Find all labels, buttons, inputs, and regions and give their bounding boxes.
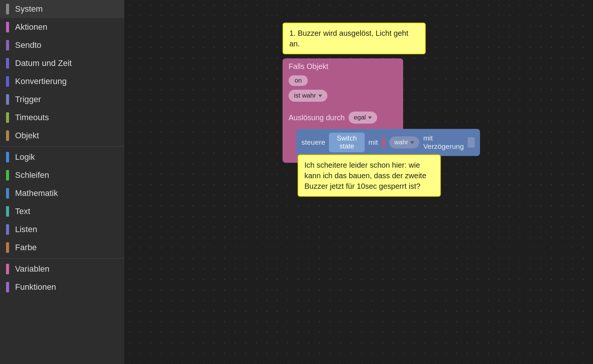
sidebar-item-label: Konvertierung: [15, 76, 67, 86]
sidebar-item-label: Variablen: [15, 264, 49, 274]
objekt-color-bar: [6, 130, 9, 141]
sidebar-item-label: Datum und Zeit: [15, 58, 72, 68]
text-color-bar: [6, 206, 9, 217]
comment-2-text: Ich scheitere leider schon hier: wie kan…: [304, 161, 426, 190]
comment-block-2: Ich scheitere leider schon hier: wie kan…: [298, 154, 441, 197]
konvertierung-color-bar: [6, 76, 9, 87]
steuere-label: steuere: [301, 138, 325, 147]
ausloesung-row: Auslösung durch egal: [289, 112, 397, 124]
sidebar-item-variablen[interactable]: Variablen: [0, 260, 124, 278]
wahr-button[interactable]: wahr: [389, 136, 420, 148]
ausloesung-label: Auslösung durch: [289, 113, 345, 122]
sidebar-item-label: Farbe: [15, 243, 37, 252]
sidebar-item-text[interactable]: Text: [0, 202, 124, 220]
sidebar-item-konvertierung[interactable]: Konvertierung: [0, 72, 124, 90]
sidebar-item-label: Trigger: [15, 95, 41, 104]
sidebar-item-label: System: [15, 4, 43, 14]
sidebar-group-2: Logik Schleifen Mathematik Text Listen F…: [0, 148, 124, 257]
sidebar-item-label: Logik: [15, 152, 35, 162]
divider-1: [0, 146, 124, 147]
sidebar-item-trigger[interactable]: Trigger: [0, 90, 124, 109]
sidebar-item-label: Text: [15, 206, 30, 216]
wahr-label: wahr: [394, 139, 408, 146]
egal-button[interactable]: egal: [348, 112, 377, 124]
sidebar-item-label: Schleifen: [15, 170, 49, 180]
sidebar-item-funktionen[interactable]: Funktionen: [0, 278, 124, 296]
sidebar-item-label: Funktionen: [15, 282, 56, 292]
logik-color-bar: [6, 152, 9, 162]
sidebar-group-3: Variablen Funktionen: [0, 260, 124, 296]
sidebar-item-logik[interactable]: Logik: [0, 148, 124, 166]
listen-color-bar: [6, 224, 9, 235]
ist-wahr-button[interactable]: ist wahr: [289, 90, 327, 102]
comment-1-text: 1. Buzzer wird ausgelöst, Licht geht an.: [289, 29, 408, 48]
schleifen-color-bar: [6, 170, 9, 180]
timeouts-color-bar: [6, 112, 9, 123]
aktionen-color-bar: [6, 22, 9, 32]
sidebar-item-label: Mathematik: [15, 188, 58, 198]
sidebar-item-timeouts[interactable]: Timeouts: [0, 109, 124, 127]
sidebar-item-schleifen[interactable]: Schleifen: [0, 166, 124, 184]
divider-2: [0, 258, 124, 258]
egal-label: egal: [354, 114, 366, 121]
comment-block-1: 1. Buzzer wird ausgelöst, Licht geht an.: [283, 23, 426, 54]
mit-verzoegerung-label: mit Verzögerung: [423, 134, 464, 151]
sidebar-item-objekt[interactable]: Objekt: [0, 127, 124, 145]
falls-objekt-title: Falls Objekt: [289, 62, 397, 71]
mathematik-color-bar: [6, 188, 9, 199]
switch-state-label: Switch state: [337, 135, 357, 150]
falls-objekt-block: Falls Objekt on ist wahr Auslösung durch…: [283, 58, 403, 163]
sidebar-item-mathematik[interactable]: Mathematik: [0, 184, 124, 202]
sidebar-item-label: Objekt: [15, 131, 39, 141]
switch-state-button[interactable]: Switch state: [329, 133, 364, 152]
ist-wahr-label: ist wahr: [294, 92, 316, 99]
sidebar-item-farbe[interactable]: Farbe: [0, 239, 124, 257]
datum-color-bar: [6, 58, 9, 69]
sidebar-item-label: Listen: [15, 225, 37, 234]
sidebar-item-system[interactable]: System: [0, 0, 124, 18]
sendto-color-bar: [6, 40, 9, 50]
sidebar-item-label: Aktionen: [15, 22, 47, 32]
sidebar-item-listen[interactable]: Listen: [0, 220, 124, 239]
sidebar-item-label: Timeouts: [15, 113, 49, 122]
wahr-dropdown-icon: [410, 141, 414, 144]
main-canvas: 1. Buzzer wird ausgelöst, Licht geht an.…: [124, 0, 593, 364]
sidebar-group-1: System Aktionen Sendto Datum und Zeit Ko…: [0, 0, 124, 145]
ist-wahr-dropdown-icon: [318, 95, 322, 97]
notch-connector: [382, 138, 385, 147]
farbe-color-bar: [6, 242, 9, 253]
sidebar: System Aktionen Sendto Datum und Zeit Ko…: [0, 0, 124, 364]
sidebar-item-label: Sendto: [15, 40, 41, 50]
egal-dropdown-icon: [368, 116, 372, 119]
system-color-bar: [6, 4, 9, 14]
on-pill: on: [289, 75, 308, 86]
sidebar-item-datum-und-zeit[interactable]: Datum und Zeit: [0, 54, 124, 72]
trigger-color-bar: [6, 94, 9, 105]
sidebar-item-aktionen[interactable]: Aktionen: [0, 18, 124, 36]
verzoegerung-input-box[interactable]: [468, 137, 475, 148]
mit1-label: mit: [368, 138, 378, 147]
funktionen-color-bar: [6, 282, 9, 292]
variablen-color-bar: [6, 264, 9, 274]
sidebar-item-sendto[interactable]: Sendto: [0, 36, 124, 54]
